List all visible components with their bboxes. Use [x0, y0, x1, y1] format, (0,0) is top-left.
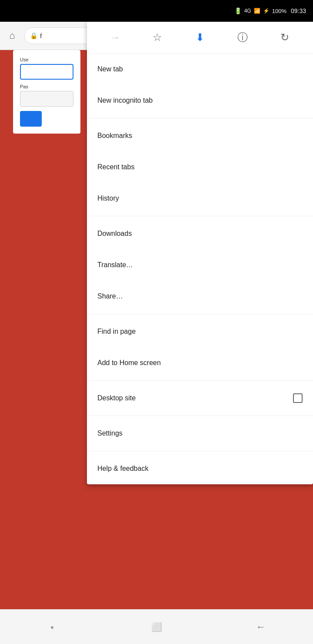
menu-item-label-new-incognito-tab: New incognito tab — [97, 97, 303, 104]
wifi-icon: 📶 — [254, 8, 260, 14]
menu-item-share[interactable]: Share… — [87, 281, 313, 312]
dot-icon: ● — [50, 624, 54, 631]
clock: 09:33 — [291, 7, 306, 14]
info-button[interactable]: ⓘ — [221, 27, 264, 48]
bookmark-button[interactable]: ☆ — [137, 27, 179, 48]
bg-username-label: Use — [20, 57, 73, 62]
star-icon: ☆ — [153, 31, 162, 44]
status-icons: 🔋 4G 📶 ⚡ 100% 09:33 — [234, 7, 306, 14]
bg-login-button — [20, 111, 42, 127]
menu-item-recent-tabs[interactable]: Recent tabs — [87, 151, 313, 183]
lock-icon: 🔒 — [30, 32, 37, 39]
menu-item-find-in-page[interactable]: Find in page — [87, 316, 313, 347]
menu-item-label-history: History — [97, 195, 303, 202]
battery-percent: 100% — [272, 8, 286, 14]
battery-icon: 🔋 — [234, 7, 242, 14]
menu-item-label-desktop-site: Desktop site — [97, 394, 293, 402]
menu-item-new-incognito-tab[interactable]: New incognito tab — [87, 85, 313, 116]
menu-item-bookmarks[interactable]: Bookmarks — [87, 120, 313, 151]
menu-item-label-share: Share… — [97, 292, 303, 300]
menu-item-label-bookmarks: Bookmarks — [97, 132, 303, 140]
status-bar: 🔋 4G 📶 ⚡ 100% 09:33 — [0, 0, 313, 22]
download-button[interactable]: ⬇ — [179, 27, 221, 48]
home-button[interactable]: ⌂ — [3, 27, 21, 44]
menu-divider — [87, 118, 313, 118]
bg-password-field — [20, 91, 73, 107]
menu-item-label-new-tab: New tab — [97, 65, 303, 73]
menu-divider — [87, 314, 313, 314]
forward-button[interactable]: → — [94, 27, 137, 48]
menu-item-label-recent-tabs: Recent tabs — [97, 163, 303, 171]
bg-username-field — [20, 64, 73, 80]
bg-password-label: Pas — [20, 84, 73, 89]
menu-item-checkbox-desktop-site[interactable] — [293, 393, 303, 403]
menu-toolbar: → ☆ ⬇ ⓘ ↻ — [87, 22, 313, 54]
menu-divider — [87, 380, 313, 381]
menu-item-label-settings: Settings — [97, 429, 303, 437]
menu-item-new-tab[interactable]: New tab — [87, 54, 313, 85]
menu-item-label-downloads: Downloads — [97, 230, 303, 238]
background-login-card: Use Pas — [13, 50, 80, 134]
home-icon: ⌂ — [9, 30, 15, 41]
bluetooth-icon: ⚡ — [263, 8, 270, 14]
menu-divider — [87, 451, 313, 451]
info-icon: ⓘ — [237, 30, 248, 44]
menu-item-desktop-site[interactable]: Desktop site — [87, 382, 313, 414]
menu-overlay: → ☆ ⬇ ⓘ ↻ New tabNew incognito tabBookma… — [87, 22, 313, 644]
menu-item-label-help-feedback: Help & feedback — [97, 465, 303, 473]
dropdown-menu: → ☆ ⬇ ⓘ ↻ New tabNew incognito tabBookma… — [87, 22, 313, 484]
menu-item-help-feedback[interactable]: Help & feedback — [87, 453, 313, 484]
refresh-button[interactable]: ↻ — [263, 27, 306, 48]
menu-item-label-find-in-page: Find in page — [97, 328, 303, 335]
refresh-icon: ↻ — [280, 31, 289, 44]
menu-divider — [87, 416, 313, 416]
menu-items-list: New tabNew incognito tabBookmarksRecent … — [87, 54, 313, 484]
download-icon: ⬇ — [196, 31, 204, 44]
bottom-dot-button[interactable]: ● — [39, 614, 65, 640]
menu-item-history[interactable]: History — [87, 183, 313, 214]
menu-item-settings[interactable]: Settings — [87, 418, 313, 449]
forward-icon: → — [110, 31, 120, 44]
menu-item-add-to-home-screen[interactable]: Add to Home screen — [87, 347, 313, 379]
menu-item-downloads[interactable]: Downloads — [87, 218, 313, 249]
signal-icon: 4G — [244, 8, 251, 14]
menu-item-label-add-to-home-screen: Add to Home screen — [97, 359, 303, 367]
menu-item-translate[interactable]: Translate… — [87, 249, 313, 281]
menu-divider — [87, 216, 313, 216]
menu-item-label-translate: Translate… — [97, 261, 303, 269]
address-text: f — [40, 32, 42, 40]
